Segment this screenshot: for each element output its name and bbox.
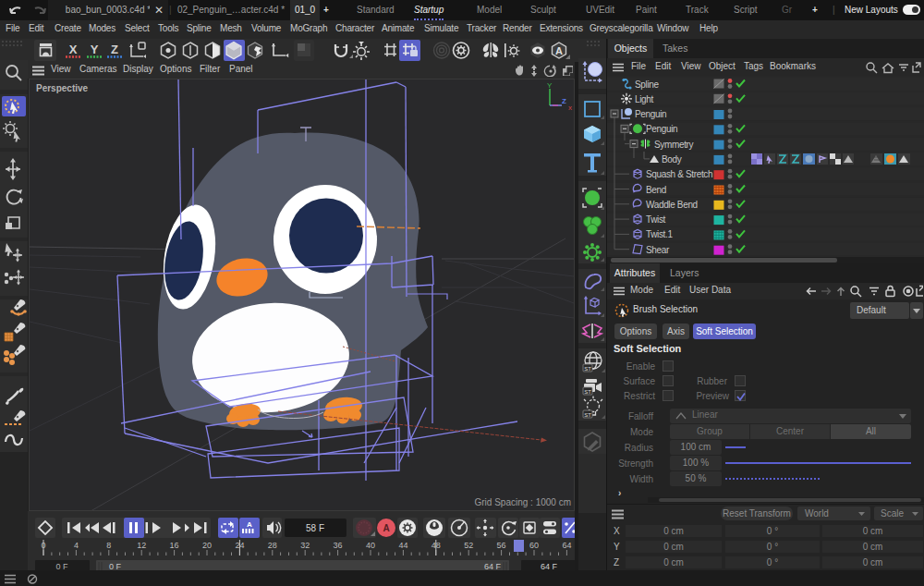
svg-text:Twist: Twist — [646, 214, 666, 225]
svg-text:Body: Body — [662, 154, 682, 165]
svg-text:Y: Y — [547, 81, 553, 90]
svg-text:56: 56 — [497, 541, 506, 550]
svg-text:16: 16 — [170, 541, 179, 550]
svg-text:Penguin: Penguin — [646, 124, 677, 134]
svg-text:A: A — [383, 523, 389, 533]
svg-text:Twist.1: Twist.1 — [646, 229, 673, 239]
svg-text:40: 40 — [366, 541, 375, 550]
svg-text:44: 44 — [398, 541, 407, 550]
svg-text:Perspective: Perspective — [36, 83, 89, 93]
svg-text:36: 36 — [334, 541, 343, 550]
svg-text:Grid Spacing : 1000 cm: Grid Spacing : 1000 cm — [475, 497, 572, 507]
svg-text:0 F: 0 F — [55, 562, 68, 570]
svg-text:Z: Z — [111, 43, 118, 56]
svg-text:60: 60 — [529, 541, 539, 550]
svg-text:A: A — [247, 520, 252, 529]
svg-text:4: 4 — [74, 541, 79, 550]
svg-text:Bend: Bend — [646, 185, 666, 195]
svg-text:X: X — [69, 43, 78, 56]
svg-text:ST: ST — [584, 366, 591, 372]
svg-text:64 F: 64 F — [484, 562, 502, 570]
svg-text:Symmetry: Symmetry — [654, 140, 694, 150]
svg-text:ST: ST — [584, 389, 591, 395]
svg-text:58 F: 58 F — [306, 523, 324, 533]
svg-text:12: 12 — [137, 541, 146, 550]
svg-text:Squash & Stretch: Squash & Stretch — [646, 169, 712, 179]
svg-text:x: x — [568, 104, 572, 112]
svg-text:Waddle Bend: Waddle Bend — [646, 200, 698, 210]
svg-text:Spline: Spline — [635, 79, 659, 90]
svg-text:64: 64 — [562, 541, 571, 550]
svg-text:A: A — [555, 45, 563, 56]
svg-text:Z: Z — [562, 97, 566, 105]
svg-text:64 F: 64 F — [541, 562, 558, 570]
svg-text:ST: ST — [584, 412, 591, 418]
svg-text:20: 20 — [202, 541, 212, 550]
svg-text:52: 52 — [464, 541, 473, 550]
svg-text:0 F: 0 F — [109, 562, 122, 570]
svg-text:Light: Light — [635, 94, 654, 104]
svg-text:28: 28 — [268, 541, 277, 550]
svg-text:8: 8 — [106, 541, 111, 550]
svg-text:Penguin: Penguin — [635, 109, 666, 119]
svg-text:32: 32 — [300, 541, 310, 550]
svg-text:Shear: Shear — [646, 245, 670, 255]
svg-text:Y: Y — [91, 43, 99, 56]
